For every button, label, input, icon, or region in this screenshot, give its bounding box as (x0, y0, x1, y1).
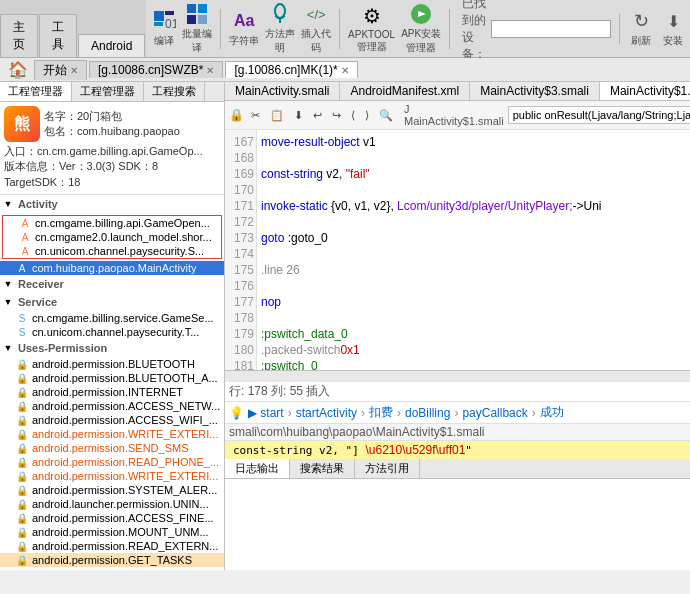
install-icon: ⬇ (661, 9, 685, 33)
file-selector-label: J MainActivity$1.smali (404, 103, 504, 127)
code-line-170 (261, 182, 686, 198)
perm-13[interactable]: 🔒 android.permission.READ_EXTERN... (0, 539, 224, 553)
breadcrumb-startactivity[interactable]: startActivity (296, 406, 357, 420)
receiver-arrow: ▼ (2, 279, 14, 289)
perm-0[interactable]: 🔒 android.permission.BLUETOOTH (0, 357, 224, 371)
perm-text-9: android.permission.SYSTEM_ALER... (32, 484, 217, 496)
activity-header[interactable]: ▼ Activity (0, 195, 224, 213)
activity-item-0[interactable]: A cn.cmgame.billing.api.GameOpen... (3, 216, 221, 230)
activity-item-1[interactable]: A cn.cmgame2.0.launch_model.shor... (3, 230, 221, 244)
left-tab-manager[interactable]: 工程管理器 (72, 82, 144, 101)
toolbar-icons: 01 编译 批量编译 Aa 字符串 方法声明 (146, 0, 690, 67)
activity-text-2: cn.unicom.channel.paysecurity.S... (35, 245, 204, 257)
tab-tools[interactable]: 工具 (39, 14, 77, 57)
right-panel: MainActivity.smali AndroidManifest.xml M… (225, 82, 690, 570)
perm-12[interactable]: 🔒 android.permission.MOUNT_UNM... (0, 525, 224, 539)
project-package: 包名：com.huibang.paopao (44, 124, 220, 139)
tab-swzb[interactable]: [g.10086.cn]SWZB* ✕ (89, 61, 223, 78)
perm-7[interactable]: 🔒 android.permission.READ_PHONE_... (0, 455, 224, 469)
receiver-header[interactable]: ▼ Receiver (0, 275, 224, 293)
batch-compile-button[interactable]: 批量编译 (180, 0, 214, 57)
tab-start-close[interactable]: ✕ (70, 65, 78, 76)
editor-tab-0[interactable]: MainActivity.smali (225, 82, 340, 100)
perm-14[interactable]: 🔒 android.permission.GET_TASKS (0, 553, 224, 567)
breadcrumb-success[interactable]: 成功 (540, 404, 564, 421)
edit-toolbar-btn7[interactable]: ⟩ (362, 108, 372, 123)
tab-android[interactable]: Android (78, 34, 145, 57)
tab-mk-close[interactable]: ✕ (341, 65, 349, 76)
tab-swzb-close[interactable]: ✕ (206, 65, 214, 76)
string-button[interactable]: Aa 字符串 (227, 7, 261, 50)
refresh-button[interactable]: ↻ 刷新 (627, 7, 655, 50)
uses-permission-arrow: ▼ (2, 343, 14, 353)
horizontal-scrollbar[interactable] (225, 370, 690, 382)
perm-5[interactable]: 🔒 android.permission.WRITE_EXTERI... (0, 427, 224, 441)
install-button[interactable]: ⬇ 安装 (659, 7, 687, 50)
apk-install-button[interactable]: APK安装管理器 (399, 0, 443, 57)
compile-button[interactable]: 01 编译 (150, 7, 178, 50)
device-input[interactable] (491, 20, 611, 38)
voice-button[interactable]: 方法声明 (263, 0, 297, 57)
left-tab-search[interactable]: 工程搜索 (144, 82, 205, 101)
breadcrumb-start[interactable]: ▶ start (248, 406, 284, 420)
home-icon[interactable]: 🏠 (4, 60, 32, 79)
perm-icon-6: 🔒 (14, 442, 30, 454)
line-numbers: 167 168 169 170 171 172 173 174 175 176 … (225, 130, 257, 370)
method-selector[interactable]: public onResult(Ljava/lang/String;Ljava/… (508, 106, 690, 124)
uses-permission-label: Uses-Permission (14, 340, 111, 356)
activity-selected[interactable]: A com.huibang.paopao.MainActivity (0, 261, 224, 275)
activity-label: Activity (14, 196, 62, 212)
edit-toolbar-btn2[interactable]: 📋 (267, 108, 287, 123)
code-line-178 (261, 310, 686, 326)
edit-toolbar-btn4[interactable]: ↩ (310, 108, 325, 123)
activity-icon-1: A (17, 231, 33, 243)
apktool-button[interactable]: ⚙ APKTOOL管理器 (346, 2, 397, 56)
code-line-168 (261, 150, 686, 166)
edit-toolbar-btn6[interactable]: ⟨ (348, 108, 358, 123)
tab-mk[interactable]: [g.10086.cn]MK(1)* ✕ (225, 61, 357, 78)
open-tabs-bar: 🏠 开始 ✕ [g.10086.cn]SWZB* ✕ [g.10086.cn]M… (0, 58, 690, 82)
divider2 (339, 9, 340, 49)
string-icon: Aa (232, 9, 256, 33)
breadcrumb-paycallback[interactable]: payCallback (462, 406, 527, 420)
code-line-179: :pswitch_data_0 (261, 326, 686, 342)
perm-4[interactable]: 🔒 android.permission.ACCESS_WIFI_... (0, 413, 224, 427)
perm-8[interactable]: 🔒 android.permission.WRITE_EXTERI... (0, 469, 224, 483)
bottom-tab-search[interactable]: 搜索结果 (290, 459, 355, 478)
service-item-1[interactable]: S cn.unicom.channel.paysecurity.T... (0, 325, 224, 339)
perm-11[interactable]: 🔒 android.permission.ACCESS_FINE... (0, 511, 224, 525)
code-line-173: goto :goto_0 (261, 230, 686, 246)
perm-1[interactable]: 🔒 android.permission.BLUETOOTH_A... (0, 371, 224, 385)
left-tab-project[interactable]: 工程管理器 (0, 82, 72, 101)
editor-tab-1[interactable]: AndroidManifest.xml (340, 82, 470, 100)
perm-10[interactable]: 🔒 android.launcher.permission.UNIN... (0, 497, 224, 511)
tab-start[interactable]: 开始 ✕ (34, 60, 87, 80)
editor-tab-2[interactable]: MainActivity$3.smali (470, 82, 600, 100)
editor-tab-3[interactable]: MainActivity$1.smali ✕ (600, 82, 690, 100)
uses-permission-header[interactable]: ▼ Uses-Permission (0, 339, 224, 357)
service-item-0[interactable]: S cn.cmgame.billing.service.GameSe... (0, 311, 224, 325)
lock-icon: 🔒 (229, 108, 244, 122)
insert-code-button[interactable]: </> 插入代码 (299, 0, 333, 57)
perm-6[interactable]: 🔒 android.permission.SEND_SMS (0, 441, 224, 455)
perm-3[interactable]: 🔒 android.permission.ACCESS_NETW... (0, 399, 224, 413)
breadcrumb-charge[interactable]: 扣费 (369, 404, 393, 421)
code-editor[interactable]: move-result-object v1 const-string v2, "… (257, 130, 690, 370)
perm-icon-3: 🔒 (14, 400, 30, 412)
perm-2[interactable]: 🔒 android.permission.INTERNET (0, 385, 224, 399)
breadcrumb-dobilling[interactable]: doBilling (405, 406, 450, 420)
svg-rect-1 (165, 11, 174, 15)
edit-toolbar-btn5[interactable]: ↪ (329, 108, 344, 123)
service-header[interactable]: ▼ Service (0, 293, 224, 311)
main-activity-icon: A (14, 262, 30, 274)
apk-install-icon (409, 2, 433, 26)
activity-item-2[interactable]: A cn.unicom.channel.paysecurity.S... (3, 244, 221, 258)
bottom-tab-log[interactable]: 日志输出 (225, 459, 290, 478)
edit-toolbar-btn1[interactable]: ✂ (248, 108, 263, 123)
tab-home[interactable]: 主页 (0, 14, 38, 57)
bottom-tab-method[interactable]: 方法引用 (355, 459, 420, 478)
perm-9[interactable]: 🔒 android.permission.SYSTEM_ALER... (0, 483, 224, 497)
edit-toolbar-btn3[interactable]: ⬇ (291, 108, 306, 123)
search-toolbar-btn[interactable]: 🔍 (376, 108, 396, 123)
tab-swzb-label: [g.10086.cn]SWZB* (98, 63, 203, 77)
